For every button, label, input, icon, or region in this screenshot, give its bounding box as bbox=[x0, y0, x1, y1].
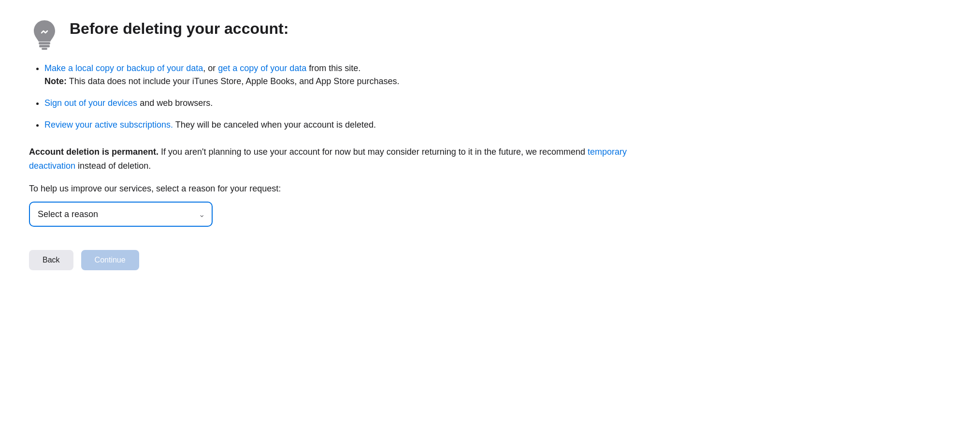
list-item: Make a local copy or backup of your data… bbox=[44, 62, 648, 88]
subscriptions-link[interactable]: Review your active subscriptions. bbox=[44, 120, 173, 130]
page-title: Before deleting your account: bbox=[70, 19, 288, 38]
permanent-notice: Account deletion is permanent. If you ar… bbox=[29, 145, 648, 173]
svg-rect-0 bbox=[39, 42, 50, 44]
continue-button[interactable]: Continue bbox=[81, 250, 139, 270]
note-text: This data does not include your iTunes S… bbox=[69, 76, 400, 86]
bullet-list: Make a local copy or backup of your data… bbox=[44, 62, 648, 131]
list-item: Sign out of your devices and web browser… bbox=[44, 97, 648, 110]
copy-link[interactable]: get a copy of your data bbox=[218, 63, 306, 73]
reason-select[interactable]: Select a reason I have privacy concerns … bbox=[29, 202, 213, 227]
list-item: Review your active subscriptions. They w… bbox=[44, 118, 648, 131]
select-wrapper: Select a reason I have privacy concerns … bbox=[29, 202, 213, 227]
permanent-bold: Account deletion is permanent. bbox=[29, 147, 159, 157]
svg-rect-2 bbox=[42, 48, 47, 50]
permanent-suffix: instead of deletion. bbox=[78, 161, 151, 171]
back-button[interactable]: Back bbox=[29, 250, 73, 270]
subscriptions-suffix: They will be canceled when your account … bbox=[175, 120, 376, 130]
signout-suffix: and web browsers. bbox=[140, 98, 213, 108]
signout-link[interactable]: Sign out of your devices bbox=[44, 98, 137, 108]
reason-prompt: To help us improve our services, select … bbox=[29, 184, 648, 194]
lightbulb-icon bbox=[29, 17, 60, 48]
note-bold: Note: bbox=[44, 76, 67, 86]
header-section: Before deleting your account: bbox=[29, 19, 648, 48]
backup-link[interactable]: Make a local copy or backup of your data bbox=[44, 63, 203, 73]
svg-rect-1 bbox=[39, 45, 50, 47]
buttons-row: Back Continue bbox=[29, 250, 648, 270]
permanent-text: If you aren't planning to use your accou… bbox=[161, 147, 588, 157]
